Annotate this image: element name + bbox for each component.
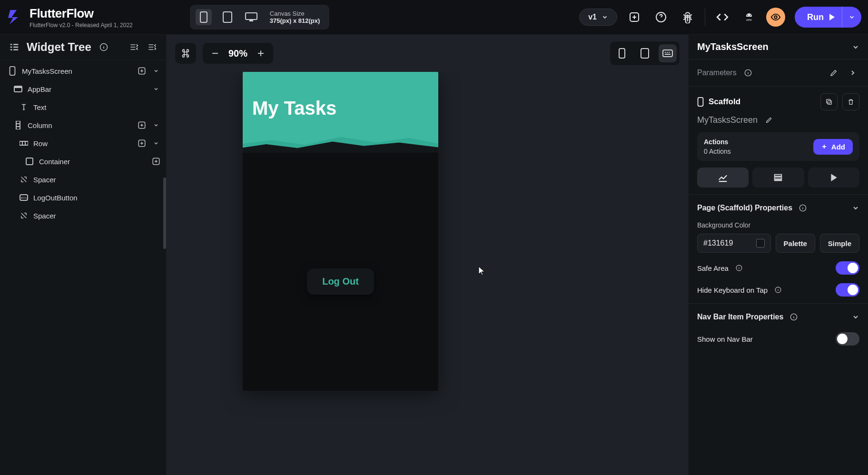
show-nav-toggle[interactable]: [836, 332, 859, 346]
tab-actions-icon[interactable]: [808, 168, 859, 188]
bug-icon[interactable]: [678, 8, 697, 27]
edit-icon[interactable]: [762, 113, 776, 127]
edit-icon[interactable]: [827, 66, 840, 79]
tree-row-label: Column: [28, 121, 52, 129]
tree-row[interactable]: Row: [0, 134, 166, 152]
preview-keyboard-icon[interactable]: [659, 44, 677, 62]
center-panel: − 90% + My Tasks Log Out: [167, 35, 688, 475]
parameters-label: Parameters: [697, 69, 737, 77]
tree-row[interactable]: Column: [0, 116, 166, 134]
zoom-out-button[interactable]: −: [208, 47, 222, 60]
add-child-icon[interactable]: [137, 66, 147, 76]
zoom-in-button[interactable]: +: [254, 47, 267, 60]
canvas-area[interactable]: My Tasks Log Out: [167, 72, 688, 475]
run-button[interactable]: Run: [795, 7, 861, 28]
version-selector[interactable]: v1: [579, 9, 617, 26]
plus-icon: [821, 143, 828, 150]
navbar-properties: Nav Bar Item Properties Show on Nav Bar: [689, 304, 868, 352]
canvas-size-value: 375(px) x 812(px): [270, 17, 320, 24]
column-icon: [13, 121, 23, 129]
command-palette-icon[interactable]: [175, 43, 196, 64]
copy-icon[interactable]: [820, 93, 838, 110]
widget-tree-header: Widget Tree: [0, 35, 166, 60]
chevron-down-icon[interactable]: [852, 204, 859, 212]
code-icon[interactable]: [713, 8, 732, 27]
logout-button[interactable]: Log Out: [307, 268, 374, 295]
info-icon[interactable]: [787, 310, 800, 324]
chevron-down-icon[interactable]: [151, 66, 161, 76]
info-icon[interactable]: [97, 40, 110, 54]
chevron-down-icon[interactable]: [852, 43, 859, 51]
chevron-down-icon[interactable]: [852, 313, 859, 321]
chevron-down-icon[interactable]: [151, 120, 161, 130]
chevron-down-icon[interactable]: [151, 138, 161, 148]
scaffold-props-title: Page (Scaffold) Properties: [697, 204, 792, 212]
play-icon: [829, 13, 835, 21]
svg-rect-30: [775, 175, 782, 177]
preview-eye-icon[interactable]: [766, 8, 785, 27]
expand-all-icon[interactable]: [145, 40, 158, 54]
safe-area-toggle[interactable]: [836, 261, 859, 275]
chevron-right-icon[interactable]: [846, 66, 859, 79]
svg-rect-1: [223, 12, 232, 22]
svg-point-9: [774, 16, 777, 19]
chevron-down-icon: [602, 14, 608, 20]
add-child-icon[interactable]: [151, 156, 161, 167]
tree-row-label: MyTasksScreen: [22, 67, 72, 75]
tree-row[interactable]: Text: [0, 98, 166, 116]
button-icon: BTN: [19, 194, 29, 201]
tree-row[interactable]: Spacer: [0, 170, 166, 188]
palette-button[interactable]: Palette: [776, 234, 815, 253]
scrollbar[interactable]: [163, 178, 166, 249]
scaffold-section: Scaffold MyTasksScreen Actions 0 Actions…: [689, 87, 868, 195]
tree-row[interactable]: MyTasksScreen: [0, 62, 166, 80]
spacer-icon: [19, 211, 29, 220]
info-icon[interactable]: [732, 261, 746, 275]
simple-button[interactable]: Simple: [820, 234, 859, 253]
info-icon[interactable]: [741, 66, 755, 79]
preview-tablet-icon[interactable]: [636, 44, 654, 62]
add-action-button[interactable]: Add: [813, 139, 853, 155]
tree-icon: [8, 40, 21, 54]
preview-phone-icon[interactable]: [613, 44, 631, 62]
bg-color-input[interactable]: #131619: [697, 234, 771, 253]
tree-row[interactable]: Container: [0, 152, 166, 170]
add-child-icon[interactable]: [137, 120, 147, 130]
device-tablet-icon[interactable]: [219, 9, 236, 25]
delete-icon[interactable]: [842, 93, 859, 110]
svg-rect-2: [246, 13, 257, 20]
android-apk-icon[interactable]: APK: [740, 8, 759, 27]
device-phone-icon[interactable]: [196, 9, 212, 25]
svg-rect-15: [16, 121, 20, 129]
svg-rect-3: [249, 20, 253, 21]
info-icon[interactable]: [796, 201, 809, 215]
canvas-size-selector: Canvas Size 375(px) x 812(px): [190, 5, 330, 30]
device-desktop-icon[interactable]: [243, 9, 259, 25]
help-icon[interactable]: [651, 8, 671, 27]
svg-rect-27: [698, 98, 703, 106]
tree-row[interactable]: BTNLogOutButton: [0, 188, 166, 207]
actions-count: 0 Actions: [704, 148, 731, 155]
add-child-icon[interactable]: [137, 138, 147, 148]
actions-title: Actions: [704, 138, 731, 146]
inspector-tabs: [697, 168, 859, 188]
collapse-all-icon[interactable]: [127, 40, 140, 54]
add-page-icon[interactable]: [625, 8, 644, 27]
tree-row-label: Spacer: [33, 176, 56, 184]
parameters-section: Parameters: [689, 59, 868, 87]
svg-rect-14: [14, 86, 22, 88]
tree-row[interactable]: Spacer: [0, 207, 166, 225]
divider: [705, 9, 705, 26]
tree-row[interactable]: AppBar: [0, 80, 166, 98]
run-dropdown[interactable]: [842, 14, 861, 20]
tab-style-icon[interactable]: [697, 168, 749, 188]
hide-keyboard-toggle[interactable]: [836, 283, 859, 297]
phone-preview: My Tasks Log Out: [243, 72, 438, 391]
chevron-down-icon[interactable]: [151, 84, 161, 94]
text-icon: [19, 103, 29, 111]
actions-card: Actions 0 Actions Add: [697, 132, 859, 161]
svg-rect-28: [828, 100, 831, 104]
tab-data-icon[interactable]: [752, 168, 804, 188]
info-icon[interactable]: [771, 283, 785, 297]
version-label: v1: [588, 13, 597, 21]
